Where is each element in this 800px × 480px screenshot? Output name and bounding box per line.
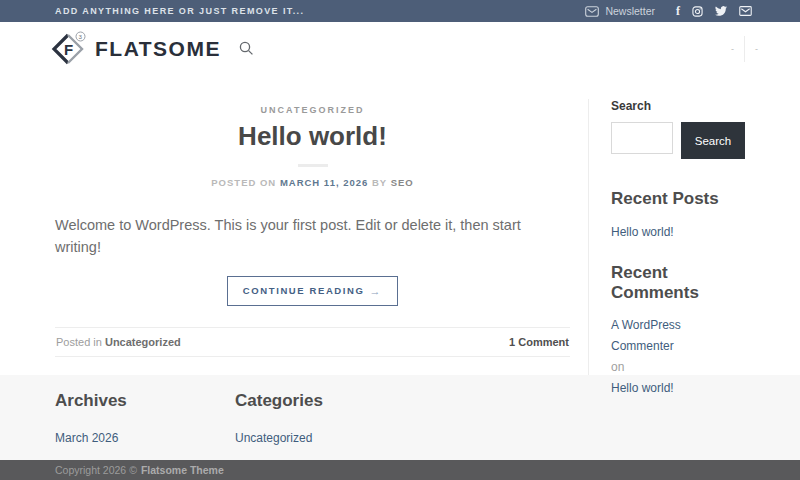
categories-title: Categories [235, 391, 323, 411]
copyright-brand: Flatsome Theme [141, 464, 224, 476]
twitter-icon[interactable] [715, 5, 727, 17]
post-meta-row: Posted in Uncategorized 1 Comment [55, 327, 570, 357]
site-logo[interactable]: F 3 FLATSOME [50, 31, 221, 67]
recent-comments-title: Recent Comments [611, 263, 745, 303]
posted-in-label: Posted in [56, 336, 102, 348]
posted-in: Posted in Uncategorized [56, 336, 181, 348]
header-right: - - [731, 36, 758, 62]
flatsome-diamond-icon: F 3 [50, 31, 86, 67]
topbar-message: ADD ANYTHING HERE OR JUST REMOVE IT... [55, 6, 304, 16]
email-icon[interactable] [739, 6, 752, 16]
recent-posts-title: Recent Posts [611, 189, 745, 209]
continue-reading-label: CONTINUE READING [243, 285, 365, 296]
sidebar: Search Search Recent Posts Hello world! … [589, 99, 745, 375]
post-byline: POSTED ON MARCH 11, 2026 BY SEO [55, 177, 570, 188]
post-column: UNCATEGORIZED Hello world! POSTED ON MAR… [55, 99, 589, 375]
post-title[interactable]: Hello world! [55, 121, 570, 152]
topbar-right: Newsletter f [585, 5, 752, 17]
top-bar: ADD ANYTHING HERE OR JUST REMOVE IT... N… [0, 0, 800, 22]
social-icons: f [676, 5, 752, 17]
posted-on-label: POSTED ON [211, 177, 276, 188]
site-header: F 3 FLATSOME - - [0, 22, 800, 75]
archives-title: Archives [55, 391, 235, 411]
title-divider [298, 164, 328, 167]
footer-archives-widget: Archives March 2026 [55, 391, 235, 460]
post-category-link[interactable]: UNCATEGORIZED [261, 105, 365, 115]
main-content: UNCATEGORIZED Hello world! POSTED ON MAR… [0, 75, 800, 375]
comment-on-label: on [611, 360, 624, 374]
comment-post-link[interactable]: Hello world! [611, 378, 674, 399]
recent-post-link[interactable]: Hello world! [611, 225, 674, 239]
sidebar-search-input[interactable] [611, 122, 673, 154]
by-label: BY [372, 177, 387, 188]
newsletter-envelope-icon [585, 6, 599, 17]
svg-text:F: F [64, 41, 73, 58]
recent-comment-item: A WordPress Commenter on Hello world! [611, 315, 745, 399]
post-header: UNCATEGORIZED Hello world! POSTED ON MAR… [55, 99, 570, 188]
search-icon[interactable] [239, 41, 254, 56]
copyright-text: Copyright 2026 © [55, 464, 137, 476]
post-excerpt: Welcome to WordPress. This is your first… [55, 214, 570, 259]
header-placeholder-left[interactable]: - [731, 44, 734, 54]
continue-reading-button[interactable]: CONTINUE READING → [227, 276, 398, 306]
sidebar-search-button[interactable]: Search [681, 122, 745, 159]
posted-in-category-link[interactable]: Uncategorized [105, 336, 181, 348]
copyright-bar: Copyright 2026 © Flatsome Theme [0, 460, 800, 480]
arrow-right-icon: → [370, 285, 383, 297]
svg-text:3: 3 [78, 33, 82, 40]
newsletter-link[interactable]: Newsletter [585, 5, 655, 17]
sidebar-search-label: Search [611, 99, 745, 113]
category-link[interactable]: Uncategorized [235, 431, 312, 445]
comment-author-link[interactable]: A WordPress Commenter [611, 315, 745, 357]
facebook-icon[interactable]: f [676, 5, 680, 17]
instagram-icon[interactable] [692, 6, 703, 17]
header-placeholder-right[interactable]: - [755, 44, 758, 54]
post-date-link[interactable]: MARCH 11, 2026 [280, 177, 368, 188]
post-author-link[interactable]: SEO [391, 177, 414, 188]
comment-count-link[interactable]: 1 Comment [509, 336, 569, 348]
footer-categories-widget: Categories Uncategorized [235, 391, 323, 460]
newsletter-label: Newsletter [605, 5, 655, 17]
sidebar-search-form: Search [611, 122, 745, 159]
logo-text: FLATSOME [95, 37, 221, 61]
archive-link[interactable]: March 2026 [55, 431, 118, 445]
header-divider [744, 36, 745, 62]
